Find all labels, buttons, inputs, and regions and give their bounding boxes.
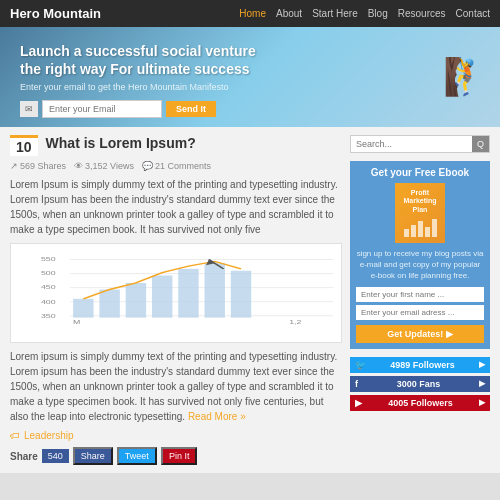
nav-link-resources[interactable]: Resources [398, 8, 446, 19]
twitter-count: 4989 Followers [390, 360, 455, 370]
svg-text:450: 450 [41, 284, 56, 291]
search-button[interactable]: Q [472, 136, 489, 152]
ebook-firstname-input[interactable] [356, 287, 484, 302]
hero-email-input[interactable] [42, 100, 162, 118]
ebook-widget: Get your Free Ebook ProfitMarketingPlan … [350, 161, 490, 349]
svg-text:M: M [73, 319, 80, 326]
chart-container: 550 500 450 400 350 [10, 243, 342, 343]
post-excerpt: Lorem Ipsum is simply dummy text of the … [10, 177, 342, 237]
right-column: Q Get your Free Ebook ProfitMarketingPla… [350, 135, 490, 465]
share-icon: ↗ [10, 161, 18, 171]
tag-label[interactable]: Leadership [24, 430, 73, 441]
ebook-bar [404, 229, 409, 237]
youtube-followers-row[interactable]: ▶ 4005 Followers ▶ [350, 395, 490, 411]
svg-rect-11 [99, 290, 119, 318]
nav-link-contact[interactable]: Contact [456, 8, 490, 19]
facebook-count: 3000 Fans [397, 379, 441, 389]
twitter-arrow: ▶ [479, 360, 485, 369]
hero-figure: 🧗 [440, 32, 490, 122]
facebook-arrow: ▶ [479, 379, 485, 388]
twitter-share-button[interactable]: Tweet [117, 447, 157, 465]
pinterest-share-button[interactable]: Pin It [161, 447, 198, 465]
ebook-cover: ProfitMarketingPlan [395, 183, 445, 243]
email-icon: ✉ [20, 101, 38, 117]
share-bar: Share 540 Share Tweet Pin It [10, 447, 342, 465]
svg-text:500: 500 [41, 270, 56, 277]
ebook-bar [432, 219, 437, 237]
hero-subtitle: Enter your email to get the Hero Mountai… [20, 82, 480, 92]
ebook-bar [411, 225, 416, 237]
ebook-chart-mini [404, 217, 437, 237]
ebook-bar [425, 227, 430, 237]
navbar: Hero Mountain HomeAboutStart HereBlogRes… [0, 0, 500, 27]
youtube-icon: ▶ [355, 398, 362, 408]
nav-link-home[interactable]: Home [239, 8, 266, 19]
facebook-fans-row[interactable]: f 3000 Fans ▶ [350, 376, 490, 392]
twitter-icon: 🐦 [355, 360, 366, 370]
ebook-email-input[interactable] [356, 305, 484, 320]
svg-rect-14 [178, 269, 198, 318]
post-excerpt2: Lorem ipsum is simply dummy text of the … [10, 349, 342, 424]
comment-icon: 💬 [142, 161, 153, 171]
share-count: 540 [42, 449, 69, 463]
eye-icon: 👁 [74, 161, 83, 171]
nav-link-start-here[interactable]: Start Here [312, 8, 358, 19]
youtube-count: 4005 Followers [388, 398, 453, 408]
post-meta: ↗ 569 Shares 👁 3,152 Views 💬 21 Comments [10, 161, 342, 171]
search-input[interactable] [351, 136, 472, 152]
nav-links: HomeAboutStart HereBlogResourcesContact [239, 8, 490, 19]
hero-form: ✉ Send It [20, 100, 480, 118]
hero-headline: Launch a successful social venture the r… [20, 42, 480, 78]
post-tags: 🏷 Leadership [10, 430, 342, 441]
shares-meta: ↗ 569 Shares [10, 161, 66, 171]
svg-rect-13 [152, 275, 172, 317]
hero-text: Launch a successful social venture the r… [20, 42, 480, 118]
left-column: 10 What is Lorem Ipsum? ↗ 569 Shares 👁 3… [10, 135, 342, 465]
share-label: Share [10, 451, 38, 462]
ebook-desc: sign up to receive my blog posts via e-m… [356, 248, 484, 282]
ebook-cover-text: ProfitMarketingPlan [403, 189, 436, 214]
hero-banner: Launch a successful social venture the r… [0, 27, 500, 127]
nav-link-blog[interactable]: Blog [368, 8, 388, 19]
svg-text:550: 550 [41, 256, 56, 263]
followers-section: 🐦 4989 Followers ▶ f 3000 Fans ▶ ▶ 4005 … [350, 357, 490, 411]
svg-rect-15 [205, 263, 225, 317]
svg-rect-12 [126, 283, 146, 318]
svg-text:1,2: 1,2 [289, 319, 301, 326]
site-logo[interactable]: Hero Mountain [10, 6, 101, 21]
chart-svg: 550 500 450 400 350 [41, 252, 333, 327]
facebook-share-button[interactable]: Share [73, 447, 113, 465]
facebook-icon: f [355, 379, 358, 389]
main-content: 10 What is Lorem Ipsum? ↗ 569 Shares 👁 3… [0, 127, 500, 473]
post-title[interactable]: What is Lorem Ipsum? [46, 135, 196, 151]
svg-text:400: 400 [41, 298, 56, 305]
nav-link-about[interactable]: About [276, 8, 302, 19]
search-box: Q [350, 135, 490, 153]
svg-rect-16 [231, 271, 251, 318]
comments-meta: 💬 21 Comments [142, 161, 211, 171]
hero-person-icon: 🧗 [443, 56, 488, 98]
hero-send-button[interactable]: Send It [166, 101, 216, 117]
date-box: 10 [10, 135, 38, 156]
youtube-arrow: ▶ [479, 398, 485, 407]
get-updates-button[interactable]: Get Updates! ▶ [356, 325, 484, 343]
svg-text:350: 350 [41, 312, 56, 319]
date-day: 10 [16, 140, 32, 154]
twitter-followers-row[interactable]: 🐦 4989 Followers ▶ [350, 357, 490, 373]
tag-icon: 🏷 [10, 430, 20, 441]
read-more-link[interactable]: Read More » [188, 411, 246, 422]
ebook-title: Get your Free Ebook [356, 167, 484, 178]
ebook-bar [418, 221, 423, 237]
svg-rect-10 [73, 299, 93, 318]
views-meta: 👁 3,152 Views [74, 161, 134, 171]
post-header: 10 What is Lorem Ipsum? [10, 135, 342, 156]
